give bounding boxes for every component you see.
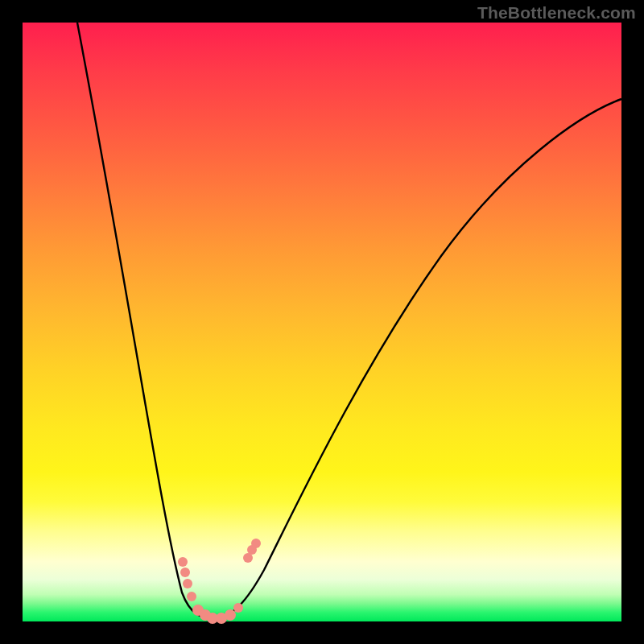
curve-markers — [178, 539, 261, 624]
marker — [233, 603, 243, 613]
marker — [251, 539, 261, 548]
marker — [180, 568, 190, 577]
marker — [187, 592, 196, 601]
watermark-text: TheBottleneck.com — [477, 3, 636, 23]
marker — [225, 609, 236, 621]
bottleneck-chart — [23, 23, 621, 621]
curve-path — [77, 23, 621, 618]
marker — [178, 557, 188, 567]
marker — [183, 579, 192, 588]
chart-area — [23, 23, 621, 621]
